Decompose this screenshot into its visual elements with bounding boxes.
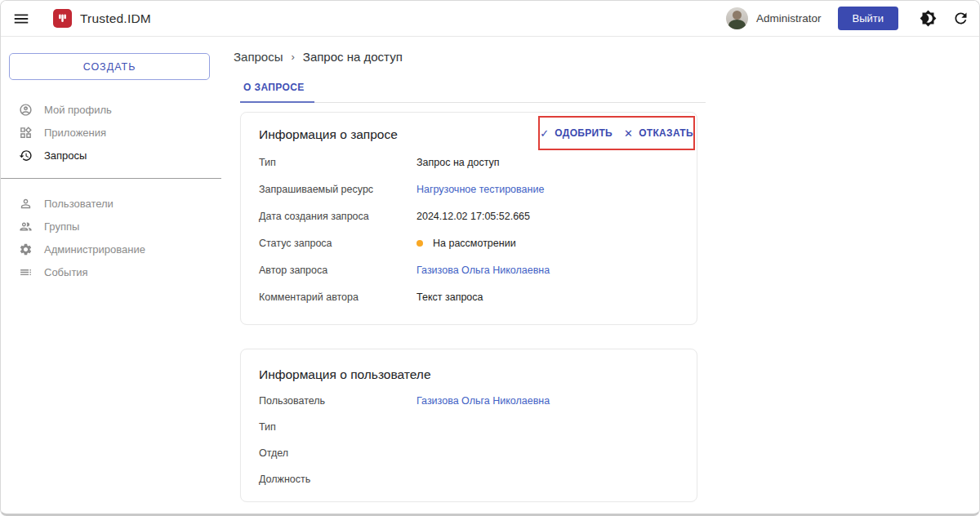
- brand-name: Trusted.IDM: [80, 11, 151, 26]
- logout-button[interactable]: Выйти: [838, 7, 899, 30]
- sidebar-item-applications[interactable]: Приложения: [1, 121, 221, 144]
- user-card-title: Информация о пользователе: [259, 367, 679, 382]
- request-fields: ТипЗапрос на доступЗапрашиваемый ресурсН…: [259, 157, 679, 318]
- field-label: Автор запроса: [259, 265, 416, 276]
- field-label: Должность: [259, 474, 416, 485]
- field-label: Запрашиваемый ресурс: [259, 184, 416, 195]
- approve-button[interactable]: ✓ ОДОБРИТЬ: [540, 127, 612, 140]
- reject-label: ОТКАЗАТЬ: [639, 127, 693, 139]
- field-row: Запрашиваемый ресурсНагрузочное тестиров…: [259, 184, 679, 211]
- sidebar-item-label: События: [44, 266, 88, 278]
- app-window: Trusted.IDM Administrator Выйти СОЗДАТЬ …: [0, 0, 980, 516]
- toc-icon: [19, 265, 33, 279]
- tab-about-request[interactable]: О ЗАПРОСЕ: [240, 82, 314, 103]
- field-value: Текст запроса: [416, 291, 483, 303]
- create-button[interactable]: СОЗДАТЬ: [9, 53, 210, 80]
- field-row: Отдел: [259, 447, 679, 474]
- breadcrumb-requests[interactable]: Запросы: [234, 50, 283, 64]
- sidebar-item-groups[interactable]: Группы: [1, 215, 221, 238]
- menu-icon[interactable]: [12, 10, 30, 28]
- field-row: Должность: [259, 474, 679, 500]
- close-icon: ✕: [624, 127, 633, 140]
- field-row: ПользовательГазизова Ольга Николаевна: [259, 395, 679, 421]
- refresh-icon[interactable]: [952, 10, 969, 27]
- sidebar-item-users[interactable]: Пользователи: [1, 192, 221, 215]
- tabs-row: О ЗАПРОСЕ: [240, 82, 706, 103]
- field-label: Тип: [259, 421, 416, 433]
- reject-button[interactable]: ✕ ОТКАЗАТЬ: [624, 127, 693, 140]
- sidebar-item-administration[interactable]: Администрирование: [1, 238, 221, 260]
- field-label: Пользователь: [259, 395, 416, 407]
- sidebar-group-admin: ПользователиГруппыАдминистрированиеСобыт…: [1, 192, 221, 283]
- history-icon: [19, 149, 33, 162]
- account-circle-icon: [19, 103, 33, 117]
- check-icon: ✓: [540, 127, 549, 140]
- field-row: Автор запросаГазизова Ольга Николаевна: [259, 265, 679, 291]
- field-label: Статус запроса: [259, 238, 416, 249]
- request-info-card: Информация о запросе ✓ ОДОБРИТЬ ✕ ОТКАЗА…: [240, 112, 697, 325]
- sidebar-item-label: Группы: [44, 220, 79, 233]
- sidebar-item-label: Пользователи: [44, 198, 114, 210]
- field-label: Комментарий автора: [259, 291, 416, 303]
- widgets-icon: [19, 126, 33, 140]
- field-row: Тип: [259, 421, 679, 447]
- sidebar-item-label: Приложения: [44, 127, 106, 139]
- group-icon: [19, 220, 33, 234]
- field-row: ТипЗапрос на доступ: [259, 157, 679, 184]
- field-row: Статус запросаНа рассмотрении: [259, 238, 679, 265]
- top-bar: Trusted.IDM Administrator Выйти: [1, 1, 979, 37]
- field-label: Дата создания запроса: [259, 211, 416, 222]
- breadcrumb: Запросы › Запрос на доступ: [234, 50, 979, 64]
- field-value-link[interactable]: Газизова Ольга Николаевна: [416, 395, 550, 407]
- field-row: Комментарий автораТекст запроса: [259, 291, 679, 318]
- field-value: Запрос на доступ: [416, 157, 500, 168]
- user-fields: ПользовательГазизова Ольга НиколаевнаТип…: [259, 395, 679, 500]
- field-label: Отдел: [259, 447, 416, 459]
- sidebar-item-my-profile[interactable]: Мой профиль: [1, 98, 221, 121]
- theme-toggle-icon[interactable]: [920, 10, 937, 27]
- sidebar-item-label: Запросы: [44, 149, 87, 162]
- field-value: 2024.12.02 17:05:52.665: [416, 211, 530, 222]
- sidebar-group-main: Мой профильПриложенияЗапросы: [1, 98, 221, 167]
- user-avatar[interactable]: [726, 7, 748, 29]
- field-row: Дата создания запроса2024.12.02 17:05:52…: [259, 211, 679, 238]
- field-label: Тип: [259, 157, 416, 168]
- main-content: Запросы › Запрос на доступ О ЗАПРОСЕ Инф…: [221, 37, 979, 516]
- user-info-card: Информация о пользователе ПользовательГа…: [240, 349, 697, 502]
- field-value-link[interactable]: Нагрузочное тестирование: [416, 184, 544, 195]
- status-dot-icon: [416, 240, 423, 247]
- approve-label: ОДОБРИТЬ: [555, 127, 612, 139]
- field-value-link[interactable]: Газизова Ольга Николаевна: [416, 265, 550, 276]
- sidebar-item-label: Мой профиль: [44, 104, 112, 116]
- gear-icon: [19, 242, 33, 256]
- sidebar-item-requests[interactable]: Запросы: [1, 144, 221, 167]
- sidebar: СОЗДАТЬ Мой профильПриложенияЗапросы Пол…: [1, 37, 221, 516]
- status-text: На рассмотрении: [433, 238, 516, 249]
- breadcrumb-current: Запрос на доступ: [303, 50, 403, 64]
- sidebar-divider: [1, 178, 221, 179]
- sidebar-item-label: Администрирование: [44, 243, 145, 256]
- approve-reject-highlight: ✓ ОДОБРИТЬ ✕ ОТКАЗАТЬ: [538, 116, 695, 150]
- brand-logo-icon: [53, 9, 72, 28]
- breadcrumb-separator-icon: ›: [292, 51, 295, 63]
- sidebar-item-events[interactable]: События: [1, 260, 221, 283]
- person-icon: [19, 197, 33, 211]
- user-name: Administrator: [756, 12, 822, 24]
